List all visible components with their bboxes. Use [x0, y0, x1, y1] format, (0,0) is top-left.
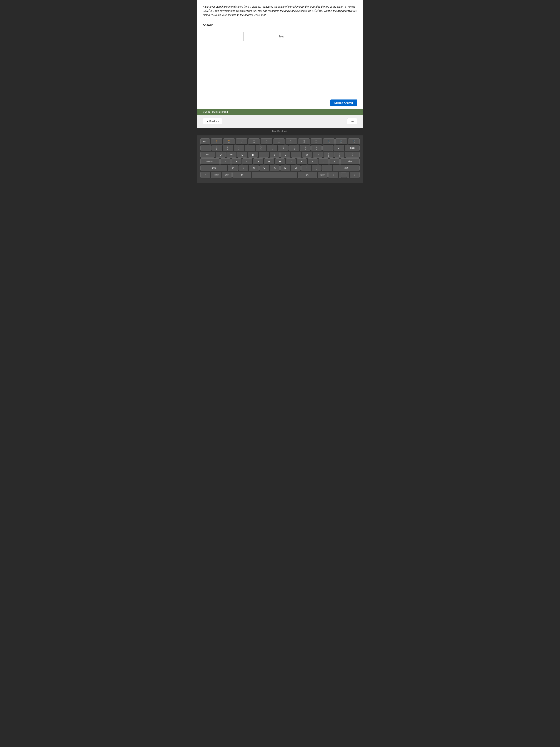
key-option-left[interactable]: option: [222, 172, 232, 178]
key-quote[interactable]: "': [329, 158, 340, 164]
key-f4[interactable]: ⬡⬡⬡F4: [248, 138, 260, 144]
key-e[interactable]: E: [237, 152, 247, 158]
key-y[interactable]: Y: [270, 152, 279, 158]
key-minus[interactable]: —-: [322, 145, 333, 151]
key-f5[interactable]: ⬡⬡F5: [261, 138, 272, 144]
submit-row: Submit Answer: [197, 97, 363, 109]
key-9[interactable]: (9: [300, 145, 311, 151]
key-semicolon[interactable]: :;: [319, 158, 329, 164]
key-7[interactable]: &7: [278, 145, 289, 151]
key-cmd-right[interactable]: ⌘: [298, 172, 317, 178]
key-3[interactable]: #3: [234, 145, 244, 151]
key-return[interactable]: return: [340, 158, 359, 164]
key-f[interactable]: F: [253, 158, 263, 164]
key-space[interactable]: [252, 172, 297, 178]
key-shift-left[interactable]: shift: [201, 165, 228, 171]
bottom-row: fn control option ⌘ ⌘ option ◁ ▲ ▼ ▷: [201, 172, 359, 178]
key-f7[interactable]: ▷||F7: [286, 138, 297, 144]
key-i[interactable]: I: [291, 152, 301, 158]
key-option-right[interactable]: option: [318, 172, 327, 178]
key-6[interactable]: ^6: [267, 145, 277, 151]
key-1[interactable]: !1: [212, 145, 222, 151]
key-arrow-left[interactable]: ◁: [328, 172, 338, 178]
key-u[interactable]: U: [281, 152, 290, 158]
key-caps[interactable]: caps lock: [201, 158, 220, 164]
keyboard-container: esc 🔅F1 🔆F2 ⌃↑F3 ⬡⬡⬡F4 ⬡⬡F5 |◁F6 ▷||F7 ▷…: [197, 135, 363, 183]
key-slash[interactable]: ?/: [322, 165, 332, 171]
key-cmd-left[interactable]: ⌘: [233, 172, 251, 178]
key-s[interactable]: S: [231, 158, 241, 164]
key-f3[interactable]: ⌃↑F3: [236, 138, 247, 144]
key-fn[interactable]: fn: [201, 172, 210, 178]
key-f2[interactable]: 🔆F2: [223, 138, 235, 144]
key-8[interactable]: *8: [289, 145, 300, 151]
key-r[interactable]: R: [248, 152, 258, 158]
key-c[interactable]: C: [249, 165, 259, 171]
key-d[interactable]: D: [242, 158, 252, 164]
keypad-icon: ⊞: [345, 5, 346, 8]
key-h[interactable]: H: [275, 158, 285, 164]
key-backtick[interactable]: ~`: [201, 145, 211, 151]
key-a[interactable]: A: [220, 158, 231, 164]
key-equals[interactable]: +=: [334, 145, 344, 151]
content-area: ⊞ Keypad Keyboard Shortcuts A surveyor s…: [197, 0, 363, 97]
keypad-button[interactable]: ⊞ Keypad: [343, 5, 357, 9]
key-n[interactable]: N: [281, 165, 290, 171]
key-f12[interactable]: 🔊F12: [348, 138, 359, 144]
key-arrow-right[interactable]: ▷: [350, 172, 359, 178]
unit-label: feet: [279, 35, 284, 38]
key-arrow-up[interactable]: ▲: [341, 172, 347, 175]
key-f10[interactable]: 🔈F10: [323, 138, 335, 144]
key-x[interactable]: X: [239, 165, 248, 171]
submit-button[interactable]: Submit Answer: [330, 100, 357, 106]
keyboard-shortcuts-link[interactable]: Keyboard Shortcuts: [338, 10, 357, 12]
answer-section: Answer feet: [203, 22, 357, 54]
key-m[interactable]: M: [291, 165, 301, 171]
key-q[interactable]: Q: [216, 152, 225, 158]
key-k[interactable]: K: [297, 158, 307, 164]
problem-text: A surveyor standing some distance from a…: [203, 5, 357, 17]
key-tab[interactable]: tab: [201, 152, 215, 158]
key-g[interactable]: G: [264, 158, 274, 164]
key-p[interactable]: P: [313, 152, 323, 158]
key-0[interactable]: )0: [311, 145, 322, 151]
key-2[interactable]: @2: [222, 145, 233, 151]
function-key-row: esc 🔅F1 🔆F2 ⌃↑F3 ⬡⬡⬡F4 ⬡⬡F5 |◁F6 ▷||F7 ▷…: [201, 138, 359, 144]
key-z[interactable]: Z: [228, 165, 238, 171]
answer-label: Answer: [203, 23, 357, 26]
key-j[interactable]: J: [286, 158, 296, 164]
key-f8[interactable]: ▷|F8: [298, 138, 310, 144]
macbook-label: MacBook Air: [197, 128, 363, 135]
key-rbracket[interactable]: }]: [334, 152, 344, 158]
key-t[interactable]: T: [259, 152, 269, 158]
key-ctrl[interactable]: control: [211, 172, 221, 178]
footer-bar: © 2021 Hawkes Learning: [197, 109, 363, 115]
key-5[interactable]: %5: [256, 145, 266, 151]
key-lbracket[interactable]: {[: [323, 152, 334, 158]
key-w[interactable]: W: [226, 152, 237, 158]
copyright-text: © 2021 Hawkes Learning: [203, 111, 228, 113]
qwerty-row: tab Q W E R T Y U I O P {[ }] |\: [201, 152, 359, 158]
key-f9[interactable]: ▷▷F9: [311, 138, 322, 144]
key-f11[interactable]: 🔉F11: [336, 138, 347, 144]
number-key-row: ~` !1 @2 #3 $4 %5 ^6 &7 *8 (9 )0 —- += d…: [201, 145, 359, 151]
key-o[interactable]: O: [302, 152, 312, 158]
next-button[interactable]: Ne: [347, 118, 357, 124]
key-f6[interactable]: |◁F6: [273, 138, 285, 144]
key-4[interactable]: $4: [245, 145, 255, 151]
key-delete[interactable]: delete: [345, 145, 359, 151]
key-b[interactable]: B: [270, 165, 280, 171]
nav-row: ◄ Previous Ne: [197, 115, 363, 128]
key-l[interactable]: L: [308, 158, 318, 164]
key-esc[interactable]: esc: [201, 138, 210, 144]
answer-input[interactable]: [243, 32, 277, 41]
previous-button[interactable]: ◄ Previous: [203, 118, 222, 124]
key-v[interactable]: V: [260, 165, 269, 171]
key-period[interactable]: >.: [312, 165, 322, 171]
input-row: feet: [243, 32, 357, 41]
key-shift-right[interactable]: shift: [333, 165, 360, 171]
key-backslash[interactable]: |\: [345, 152, 359, 158]
key-comma[interactable]: <,: [301, 165, 311, 171]
key-f1[interactable]: 🔅F1: [211, 138, 222, 144]
key-arrow-down[interactable]: ▼: [341, 175, 347, 178]
